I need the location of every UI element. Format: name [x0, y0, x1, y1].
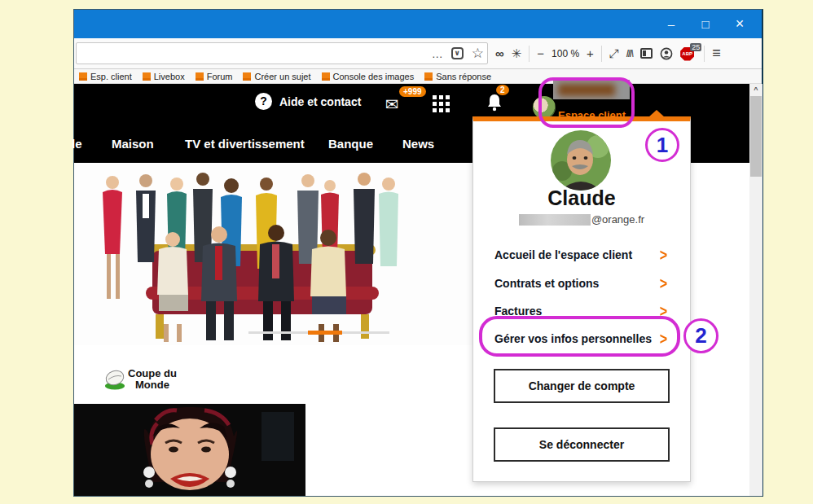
- sidebar-icon[interactable]: [640, 48, 653, 59]
- carousel-position-indicator: [308, 331, 342, 335]
- scrollbar-thumb[interactable]: [750, 96, 762, 177]
- apps-grid-icon[interactable]: [433, 95, 450, 112]
- bookmark-favicon: [424, 72, 433, 81]
- chevron-right-icon: >: [660, 246, 667, 265]
- menu-item-label: Contrats et options: [494, 277, 599, 290]
- annotation-step-1: 1: [645, 128, 679, 162]
- scrollbar-up-arrow[interactable]: ^: [749, 84, 762, 96]
- screenshot-stage: – □ × … ∨ ☆ ∞ ✳ − 100 % + ⤢ lll\: [0, 0, 813, 504]
- bookmarks-bar: Esp. client Livebox Forum Créer un sujet…: [74, 69, 762, 84]
- bookmark-item[interactable]: Esp. client: [79, 72, 132, 81]
- annotation-box-gerer-infos: [479, 316, 680, 357]
- chevron-right-icon: >: [660, 274, 667, 293]
- rugby-ball-icon: [104, 368, 126, 390]
- minimize-button[interactable]: –: [654, 10, 688, 38]
- pocket-icon[interactable]: ∨: [451, 47, 464, 59]
- bookmark-favicon: [143, 72, 151, 81]
- bookmark-item[interactable]: Créer un sujet: [243, 72, 310, 81]
- bookmark-favicon: [79, 72, 87, 81]
- menu-item-label: Accueil de l'espace client: [494, 248, 632, 261]
- notifications-bell-icon[interactable]: [486, 94, 503, 112]
- redacted-email-local-part: [519, 214, 591, 226]
- zoom-out-button[interactable]: −: [537, 46, 544, 60]
- zoom-in-button[interactable]: +: [587, 46, 594, 60]
- email-domain: @orange.fr: [591, 213, 644, 226]
- adblock-icon[interactable]: ABP 25: [680, 46, 697, 62]
- toolbar-extension-icons: ∞ ✳ − 100 % + ⤢ lll\ ABP 25: [495, 38, 721, 68]
- profile-name: Claude: [473, 186, 690, 210]
- close-button[interactable]: ×: [723, 10, 757, 38]
- profile-avatar: [551, 130, 611, 191]
- bookmark-label: Créer un sujet: [254, 72, 310, 81]
- bookmark-label: Forum: [207, 72, 233, 81]
- settings-sun-icon[interactable]: ✳: [512, 46, 522, 61]
- page-actions-icon[interactable]: …: [432, 47, 443, 60]
- menu-icon[interactable]: ≡: [712, 45, 721, 62]
- browser-window: – □ × … ∨ ☆ ∞ ✳ − 100 % + ⤢ lll\: [73, 9, 763, 497]
- maximize-button[interactable]: □: [688, 10, 723, 38]
- nav-item-mobile[interactable]: le: [72, 137, 82, 151]
- bookmark-label: Livebox: [154, 72, 185, 81]
- coupe-du-monde-widget[interactable]: Coupe du Monde: [104, 368, 177, 391]
- toolbar-separator: [529, 46, 530, 62]
- coupe-du-monde-label: Coupe du Monde: [128, 368, 177, 391]
- bookmark-item[interactable]: Sans réponse: [424, 72, 491, 81]
- mail-icon[interactable]: ✉: [385, 94, 399, 114]
- bookmark-label: Sans réponse: [436, 72, 491, 81]
- woman-portrait-photo[interactable]: [74, 404, 305, 496]
- logout-button[interactable]: Se déconnecter: [494, 427, 670, 462]
- annotation-step-2: 2: [683, 318, 719, 353]
- privacy-mask-icon[interactable]: ∞: [495, 46, 504, 60]
- menu-item-contrats[interactable]: Contrats et options >: [494, 277, 667, 295]
- change-account-button[interactable]: Changer de compte: [494, 369, 670, 403]
- toolbar-separator: [704, 46, 705, 62]
- question-mark-icon: ?: [255, 93, 272, 110]
- page-scrollbar[interactable]: ^: [749, 84, 762, 496]
- account-icon[interactable]: [660, 47, 673, 60]
- help-and-contact[interactable]: ? Aide et contact: [255, 93, 361, 110]
- dropdown-pointer: [648, 110, 665, 117]
- notifications-badge: 2: [496, 85, 509, 95]
- nav-item-tv[interactable]: TV et divertissement: [185, 137, 305, 151]
- library-icon[interactable]: lll\: [626, 47, 633, 59]
- bookmark-star-icon[interactable]: ☆: [472, 45, 484, 62]
- menu-item-accueil[interactable]: Accueil de l'espace client >: [494, 248, 667, 266]
- bookmark-label: Esp. client: [90, 72, 132, 81]
- tv-show-cast-photo[interactable]: [74, 164, 473, 345]
- bookmark-item[interactable]: Console des images: [322, 72, 415, 81]
- window-controls: – □ ×: [654, 10, 757, 38]
- mail-badge: +999: [399, 86, 426, 97]
- bookmark-favicon: [322, 72, 330, 81]
- nav-item-maison[interactable]: Maison: [112, 137, 154, 151]
- bookmark-item[interactable]: Forum: [196, 72, 233, 81]
- help-label: Aide et contact: [279, 95, 361, 108]
- nav-item-news[interactable]: News: [402, 137, 434, 151]
- bookmark-favicon: [196, 72, 204, 81]
- zoom-level[interactable]: 100 %: [552, 48, 579, 59]
- account-dropdown-panel: Claude @orange.fr Accueil de l'espace cl…: [472, 116, 691, 482]
- bookmark-favicon: [243, 72, 251, 81]
- adblock-badge: 25: [690, 43, 701, 51]
- address-bar[interactable]: … ∨ ☆: [76, 42, 488, 64]
- window-titlebar: – □ ×: [74, 10, 762, 38]
- bookmark-label: Console des images: [333, 72, 415, 81]
- toolbar-separator: [601, 46, 602, 62]
- profile-email: @orange.fr: [473, 213, 690, 226]
- annotation-box-espace-client: [538, 77, 635, 128]
- bookmark-item[interactable]: Livebox: [143, 72, 185, 81]
- nav-item-banque[interactable]: Banque: [328, 137, 373, 151]
- browser-toolbar: … ∨ ☆ ∞ ✳ − 100 % + ⤢ lll\: [74, 38, 762, 69]
- fullscreen-icon[interactable]: ⤢: [609, 46, 619, 61]
